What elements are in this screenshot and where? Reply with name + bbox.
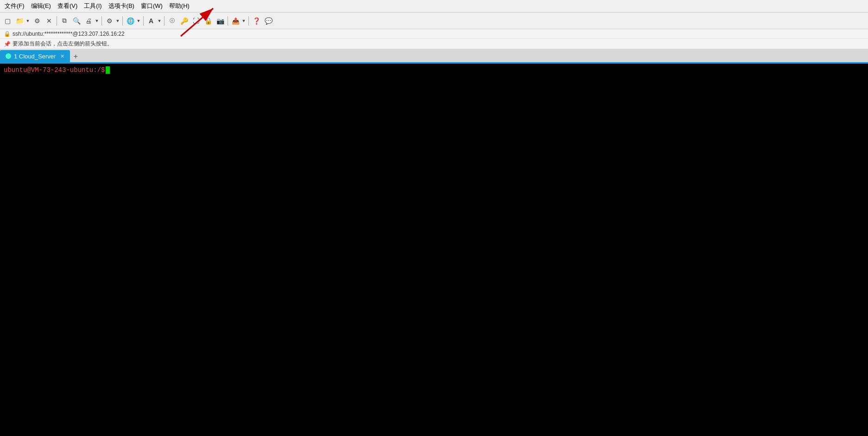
new-icon: ▢ <box>5 17 11 25</box>
copy-icon: ⧉ <box>62 17 67 25</box>
tab-status-icon <box>6 53 11 59</box>
terminal-content: ubuntu@VM-73-243-ubuntu:/$ <box>4 66 864 74</box>
menu-view[interactable]: 查看(V) <box>55 1 80 11</box>
menu-edit[interactable]: 编辑(E) <box>28 1 54 11</box>
globe-button-group: 🌐 ▼ <box>125 15 141 26</box>
close-icon: ✕ <box>46 17 52 25</box>
key-button[interactable]: 🔑 <box>178 15 190 26</box>
menu-file[interactable]: 文件(F) <box>2 1 27 11</box>
font-button[interactable]: A <box>146 15 157 26</box>
separator-4 <box>143 16 144 26</box>
globe-button[interactable]: 🌐 <box>125 15 136 26</box>
tab-add-button[interactable]: + <box>70 51 81 62</box>
lock-icon: 🔒 <box>204 17 212 25</box>
globe-icon: 🌐 <box>127 17 134 25</box>
zoom-button[interactable]: 🔍 <box>71 15 82 26</box>
send-dropdown[interactable]: ▼ <box>241 15 247 26</box>
ssh-lock-icon: 🔒 <box>4 31 11 37</box>
separator-2 <box>101 16 102 26</box>
menu-tabs[interactable]: 选项卡(B) <box>106 1 137 11</box>
print-button[interactable]: 🖨 <box>83 15 94 26</box>
tab-bar: 1 Cloud_Server ✕ + <box>0 49 868 64</box>
chat-button[interactable]: 💬 <box>263 15 274 26</box>
screenshot-button[interactable]: 📷 <box>215 15 226 26</box>
send-button-group: 📤 ▼ <box>230 15 247 26</box>
profile-button[interactable]: ⚙ <box>32 15 43 26</box>
separator-1 <box>57 16 57 26</box>
separator-7 <box>248 16 249 26</box>
separator-3 <box>122 16 123 26</box>
info-text: 要添加当前会话，点击左侧的箭头按钮。 <box>13 40 113 48</box>
info-bar: 📌 要添加当前会话，点击左侧的箭头按钮。 <box>0 39 868 49</box>
close-session-button[interactable]: ✕ <box>44 15 55 26</box>
tab-cloud-server[interactable]: 1 Cloud_Server ✕ <box>0 50 70 62</box>
open-dropdown[interactable]: ▼ <box>25 15 31 26</box>
separator-6 <box>228 16 228 26</box>
config-icon: ⚙ <box>107 17 113 25</box>
lock-button[interactable]: 🔒 <box>203 15 214 26</box>
config-button-group: ⚙ ▼ <box>104 15 120 26</box>
open-button[interactable]: 📁 <box>14 15 25 26</box>
menu-bar: 文件(F) 编辑(E) 查看(V) 工具(I) 选项卡(B) 窗口(W) 帮助(… <box>0 0 868 13</box>
app-window: 文件(F) 编辑(E) 查看(V) 工具(I) 选项卡(B) 窗口(W) 帮助(… <box>0 0 868 436</box>
font-dropdown[interactable]: ▼ <box>157 15 162 26</box>
ssh-address: ssh://ubuntu:*************@123.207.126.1… <box>13 31 125 37</box>
info-icon: 📌 <box>4 41 11 47</box>
print-dropdown[interactable]: ▼ <box>94 15 100 26</box>
help-icon: ❓ <box>253 17 260 25</box>
chat-icon: 💬 <box>265 17 272 25</box>
screenshot-icon: 📷 <box>216 17 224 25</box>
fullscreen-button[interactable]: ⛶ <box>190 15 202 26</box>
open-icon: 📁 <box>16 17 24 25</box>
terminal-wrapper[interactable]: ubuntu@VM-73-243-ubuntu:/$ <box>0 64 868 436</box>
print-icon: 🖨 <box>85 17 92 25</box>
send-icon: 📤 <box>232 17 240 25</box>
fullscreen-icon: ⛶ <box>193 17 199 25</box>
tab-close-button[interactable]: ✕ <box>60 53 64 59</box>
config-dropdown[interactable]: ▼ <box>115 15 120 26</box>
terminal-cursor <box>106 66 110 74</box>
zoom-icon: 🔍 <box>73 17 81 25</box>
font-button-group: A ▼ <box>146 15 162 26</box>
prompt-line: ubuntu@VM-73-243-ubuntu:/$ <box>4 66 864 74</box>
menu-tools[interactable]: 工具(I) <box>81 1 104 11</box>
toolbar: ▢ 📁 ▼ ⚙ ✕ ⧉ 🔍 🖨 ▼ <box>0 13 868 29</box>
menu-help[interactable]: 帮助(H) <box>166 1 192 11</box>
help-button[interactable]: ❓ <box>251 15 262 26</box>
shell-icon: ⦾ <box>170 17 175 25</box>
tab-label: 1 Cloud_Server <box>14 53 56 60</box>
send-button[interactable]: 📤 <box>230 15 241 26</box>
menu-window[interactable]: 窗口(W) <box>138 1 165 11</box>
open-button-group: 📁 ▼ <box>14 15 31 26</box>
print-button-group: 🖨 ▼ <box>83 15 100 26</box>
copy-button[interactable]: ⧉ <box>59 15 70 26</box>
prompt-user: ubuntu@VM-73-243-ubuntu:/$ <box>4 66 105 74</box>
profile-icon: ⚙ <box>34 17 40 25</box>
key-icon: 🔑 <box>180 17 188 25</box>
shell-button[interactable]: ⦾ <box>166 15 177 26</box>
config-button[interactable]: ⚙ <box>104 15 115 26</box>
new-button[interactable]: ▢ <box>2 15 13 26</box>
font-icon: A <box>149 17 153 25</box>
terminal[interactable]: ubuntu@VM-73-243-ubuntu:/$ <box>0 64 868 77</box>
ssh-bar: 🔒 ssh://ubuntu:*************@123.207.126… <box>0 29 868 39</box>
globe-dropdown[interactable]: ▼ <box>136 15 141 26</box>
separator-5 <box>164 16 165 26</box>
